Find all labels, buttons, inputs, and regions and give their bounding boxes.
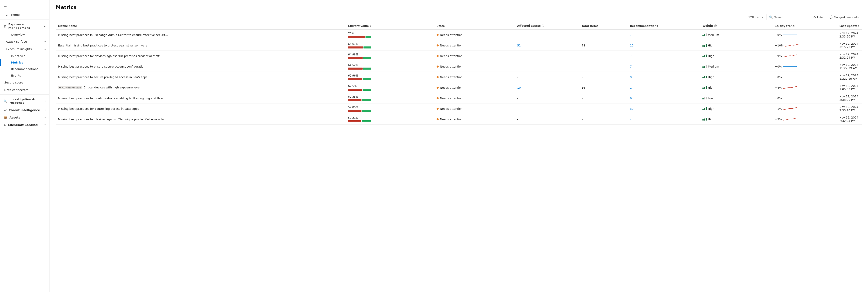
recommendations-cell[interactable]: 7 [628, 61, 700, 72]
total-items-cell: - [580, 30, 628, 40]
table-header: Metric name Current value ↓ State Affect… [56, 23, 862, 30]
col-header-total[interactable]: Total items [580, 23, 628, 30]
state-label: Needs attention [440, 75, 462, 79]
sidebar-section-investigation[interactable]: 🔍 Investigation & response ▾ [0, 96, 49, 106]
upcoming-badge: UPCOMING UPDATE [58, 86, 82, 89]
sidebar-section-threat-intel[interactable]: 🛡 Threat intelligence ▾ [0, 106, 49, 114]
sidebar: ☰ ⌂ Home ◎ Exposure management ▲ Overvie… [0, 0, 50, 292]
sidebar-section-exposure-management[interactable]: ◎ Exposure management ▲ [0, 21, 49, 31]
sidebar-sub-item-metrics[interactable]: Metrics [0, 59, 49, 66]
sidebar-section-assets[interactable]: 📦 Assets ▾ [0, 114, 49, 121]
recommendations-cell[interactable]: 7 [628, 30, 700, 40]
sidebar-item-data-connectors[interactable]: Data connectors [0, 86, 49, 94]
weight-label: High [708, 44, 714, 47]
weight-bar-3 [706, 107, 707, 110]
trend-indicator: +4% [775, 85, 835, 89]
recs-link[interactable]: 7 [630, 33, 632, 37]
status-dot [437, 118, 439, 120]
weight-info-icon[interactable]: ⓘ [714, 25, 717, 27]
search-box[interactable]: 🔍 [767, 14, 809, 20]
bar-container: 59.21% [348, 116, 432, 122]
filter-button[interactable]: ⚙ Filter [811, 14, 826, 20]
sidebar-item-exposure-insights[interactable]: Exposure insights ▴ [0, 45, 49, 53]
recs-link[interactable]: 9 [630, 75, 632, 79]
col-header-value[interactable]: Current value ↓ [346, 23, 434, 30]
bar-track [348, 46, 373, 48]
weight-indicator: Low [703, 97, 770, 100]
col-header-weight[interactable]: Weight ⓘ [700, 23, 773, 30]
bar-green [362, 99, 371, 101]
table-row[interactable]: Missing best practices for devices again… [56, 114, 862, 124]
chevron-down-icon2: ▾ [44, 100, 46, 102]
affected-info-icon[interactable]: ⓘ [541, 25, 544, 27]
search-input[interactable] [774, 15, 807, 19]
trend-sparkline [783, 54, 797, 58]
sidebar-sub-item-events[interactable]: Events [0, 72, 49, 79]
recommendations-cell[interactable]: 7 [628, 51, 700, 61]
metric-name: Missing best practices for configuration… [58, 97, 165, 100]
total-items-cell: 78 [580, 40, 628, 51]
recommendations-cell[interactable]: 10 [628, 40, 700, 51]
metric-state-cell: Needs attention [434, 30, 515, 40]
recs-link[interactable]: 39 [630, 107, 633, 110]
sidebar-item-attack-surface[interactable]: Attack surface ▾ [0, 38, 49, 45]
table-row[interactable]: Missing best practices to secure privile… [56, 72, 862, 82]
hamburger-menu[interactable]: ☰ [0, 0, 49, 10]
recs-link[interactable]: 7 [630, 54, 632, 58]
sidebar-item-overview[interactable]: Overview [0, 31, 49, 38]
table-row[interactable]: Missing best practices to ensure secure … [56, 61, 862, 72]
affected-link[interactable]: 10 [517, 86, 521, 89]
weight-bars [703, 44, 707, 47]
affected-link[interactable]: 52 [517, 44, 521, 47]
col-header-name[interactable]: Metric name [56, 23, 346, 30]
weight-bars [703, 86, 707, 89]
table-row[interactable]: Missing best practices for devices again… [56, 51, 862, 61]
weight-bar-3 [706, 44, 707, 47]
table-row[interactable]: Essential missing best practices to prot… [56, 40, 862, 51]
last-updated-cell: Nov 12, 2024 2:33:20 PM [837, 93, 862, 104]
status-cell: Needs attention [437, 33, 513, 37]
recs-link[interactable]: 9 [630, 97, 632, 100]
suggest-metric-button[interactable]: 💬 Suggest new metric [828, 14, 862, 20]
recs-link[interactable]: 1 [630, 86, 632, 89]
table-row[interactable]: Missing best practices for controlling a… [56, 104, 862, 114]
metric-name: Missing best practices to ensure secure … [58, 65, 145, 68]
metric-name-cell: Missing best practices for devices again… [56, 51, 346, 61]
weight-cell: Medium [700, 30, 773, 40]
sidebar-item-secure-score[interactable]: Secure score [0, 79, 49, 86]
recs-link[interactable]: 7 [630, 65, 632, 68]
metric-name-cell: UPCOMING UPDATECritical devices with hig… [56, 82, 346, 93]
last-updated-cell: Nov 12, 2024 2:33:20 PM [837, 30, 862, 40]
recs-link[interactable]: 4 [630, 118, 632, 121]
affected-assets-cell[interactable]: 10 [515, 82, 580, 93]
status-cell: Needs attention [437, 44, 513, 47]
bar-red [348, 46, 363, 48]
sidebar-item-home[interactable]: ⌂ Home [0, 10, 49, 19]
bar-track [348, 68, 373, 70]
col-header-updated[interactable]: Last updated [837, 23, 862, 30]
metric-name-cell: Missing best practices for controlling a… [56, 104, 346, 114]
sidebar-sub-item-recommendations[interactable]: Recommendations [0, 66, 49, 72]
col-header-affected[interactable]: Affected assets ⓘ [515, 23, 580, 30]
sidebar-section-sentinel[interactable]: ◈ Microsoft Sentinel ▾ [0, 121, 49, 129]
affected-assets-cell[interactable]: 52 [515, 40, 580, 51]
table-row[interactable]: Missing best practices for configuration… [56, 93, 862, 104]
metric-state-cell: Needs attention [434, 61, 515, 72]
col-header-trend[interactable]: 14-day trend [773, 23, 837, 30]
weight-bars [703, 33, 707, 36]
recommendations-cell[interactable]: 9 [628, 72, 700, 82]
status-cell: Needs attention [437, 75, 513, 79]
recommendations-cell[interactable]: 9 [628, 93, 700, 104]
table-row[interactable]: UPCOMING UPDATECritical devices with hig… [56, 82, 862, 93]
metric-name-cell: Essential missing best practices to prot… [56, 40, 346, 51]
sidebar-sub-item-initiatives[interactable]: Initiatives [0, 53, 49, 59]
recommendations-cell[interactable]: 4 [628, 114, 700, 124]
recommendations-cell[interactable]: 1 [628, 82, 700, 93]
col-header-recs[interactable]: Recommendations [628, 23, 700, 30]
metric-value-cell: 59.21% [346, 114, 434, 124]
col-header-state[interactable]: State [434, 23, 515, 30]
sidebar-divider2 [0, 95, 49, 95]
recommendations-cell[interactable]: 39 [628, 104, 700, 114]
recs-link[interactable]: 10 [630, 44, 633, 47]
table-row[interactable]: Missing best practices in Exchange Admin… [56, 30, 862, 40]
